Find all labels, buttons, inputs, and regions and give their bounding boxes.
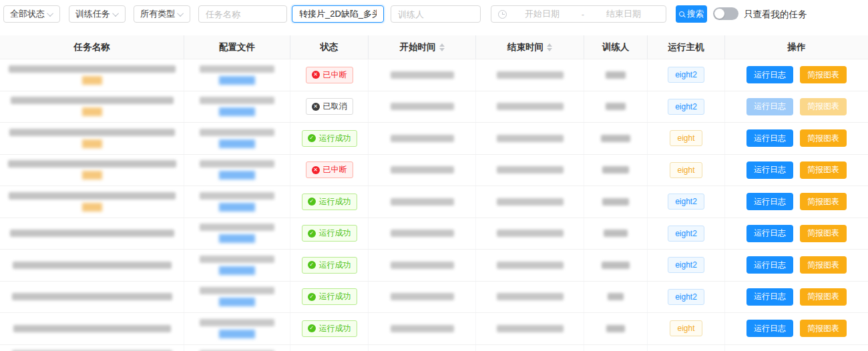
host-cell: eight2 (648, 282, 725, 313)
task-name-blurred (11, 97, 174, 104)
end-time-cell (476, 123, 584, 154)
status-icon: ✓ (308, 324, 316, 332)
task-name-blurred (13, 325, 171, 332)
run-log-button[interactable]: 运行日志 (746, 256, 793, 274)
report-chart-button[interactable]: 简报图表 (800, 161, 847, 179)
start-date-placeholder[interactable]: 开始日期 (507, 8, 578, 20)
my-tasks-toggle[interactable] (713, 7, 738, 20)
config-link-blurred[interactable] (219, 76, 255, 85)
config-link-blurred[interactable] (219, 203, 255, 212)
start-time-blurred (391, 103, 454, 110)
run-log-button[interactable]: 运行日志 (746, 225, 793, 242)
status-filter-select[interactable]: 全部状态 (3, 5, 60, 23)
job-type-filter-select[interactable]: 训练任务 (69, 5, 126, 23)
start-time-blurred (391, 262, 454, 269)
status-badge: ✕ 已中断 (306, 161, 353, 178)
category-filter-select[interactable]: 所有类型 (134, 5, 190, 23)
column-header-start-time[interactable]: 开始时间 (369, 35, 476, 59)
status-filter-value: 全部状态 (10, 8, 45, 20)
config-link-blurred[interactable] (219, 107, 255, 116)
actions-cell: 运行日志 简报图表 (725, 313, 868, 344)
table-row: ✓ 运行成功 eight2 运行日志 简报图表 (0, 218, 868, 250)
config-link-blurred[interactable] (219, 298, 255, 306)
host-cell: eight2 (648, 218, 725, 250)
column-header-actions: 操作 (725, 35, 868, 59)
status-cell: ✓ 运行成功 (290, 186, 369, 218)
sort-icon[interactable] (439, 43, 445, 51)
run-log-button[interactable]: 运行日志 (746, 161, 793, 179)
report-chart-button[interactable]: 简报图表 (800, 129, 847, 147)
config-link-blurred[interactable] (219, 266, 255, 275)
date-range-picker[interactable]: 开始日期 - 结束日期 (491, 5, 666, 23)
task-name-cell (0, 186, 184, 218)
status-label: 已取消 (323, 101, 347, 112)
host-badge: eight2 (668, 289, 704, 305)
report-chart-button[interactable]: 简报图表 (800, 225, 847, 242)
end-time-blurred (497, 135, 564, 142)
task-tag-blurred (82, 107, 102, 116)
report-chart-button[interactable]: 简报图表 (800, 320, 847, 337)
table-row: ✓ 运行成功 eight 运行日志 简报图表 (0, 123, 868, 155)
actions-cell: 运行日志 简报图表 (725, 59, 868, 91)
search-button[interactable]: 搜索 (676, 5, 707, 23)
config-file-blurred (200, 160, 274, 167)
status-badge: ✓ 运行成功 (302, 130, 357, 147)
report-chart-button[interactable]: 简报图表 (800, 288, 847, 306)
task-name-blurred (9, 192, 176, 200)
run-log-button[interactable]: 运行日志 (746, 98, 793, 115)
start-time-cell (369, 313, 476, 344)
actions-cell: 运行日志 简报图表 (725, 250, 868, 281)
actions-cell: 运行日志 简报图表 (725, 123, 868, 154)
run-log-button[interactable]: 运行日志 (746, 320, 793, 337)
host-badge: eight2 (668, 67, 704, 83)
run-log-button[interactable]: 运行日志 (746, 288, 793, 306)
config-link-blurred[interactable] (219, 139, 255, 148)
end-time-cell (476, 218, 584, 250)
config-file-blurred (200, 319, 274, 326)
end-time-blurred (497, 230, 564, 237)
report-chart-button[interactable]: 简报图表 (800, 193, 847, 210)
status-cell: ✓ 运行成功 (290, 282, 369, 313)
sort-icon[interactable] (547, 43, 552, 51)
end-time-cell (476, 186, 584, 218)
trainer-input[interactable] (398, 9, 473, 19)
trainer-cell (584, 345, 648, 351)
config-file-cell (184, 186, 290, 218)
column-header-end-time[interactable]: 结束时间 (476, 35, 584, 59)
task-name-cell (0, 155, 184, 186)
end-time-blurred (497, 166, 564, 173)
report-chart-button[interactable]: 简报图表 (800, 66, 847, 83)
trainer-cell (584, 313, 648, 344)
trainer-blurred (602, 262, 630, 269)
task-name-blurred (8, 160, 176, 167)
start-time-blurred (391, 198, 454, 206)
trainer-blurred (601, 135, 630, 142)
host-badge: eight2 (668, 194, 704, 210)
category-filter-value: 所有类型 (140, 8, 175, 20)
config-link-blurred[interactable] (219, 330, 255, 338)
config-link-blurred[interactable] (219, 234, 255, 243)
search-button-label: 搜索 (687, 9, 704, 20)
actions-cell: 运行日志 简报图表 (725, 186, 868, 218)
report-chart-button[interactable]: 简报图表 (800, 98, 847, 115)
status-badge: ✕ 已中断 (306, 67, 353, 83)
run-log-button[interactable]: 运行日志 (746, 193, 793, 210)
host-cell: eight (648, 155, 725, 186)
task-name-input[interactable] (206, 9, 280, 19)
end-time-blurred (497, 103, 564, 110)
run-log-button[interactable]: 运行日志 (746, 66, 793, 83)
config-file-cell (184, 123, 290, 154)
config-link-blurred[interactable] (219, 171, 255, 180)
model-search-input[interactable] (299, 9, 377, 19)
host-cell: eight2 (648, 250, 725, 281)
host-badge: eight2 (668, 257, 704, 273)
status-badge: ✓ 运行成功 (302, 194, 357, 210)
end-time-blurred (497, 71, 564, 79)
status-cell: ✓ 运行成功 (290, 218, 369, 250)
end-date-placeholder[interactable]: 结束日期 (588, 8, 659, 20)
report-chart-button[interactable]: 简报图表 (800, 256, 847, 274)
run-log-button[interactable]: 运行日志 (746, 129, 793, 147)
end-time-blurred (497, 262, 564, 269)
search-icon (679, 11, 684, 17)
status-cell: ✕ 已取消 (290, 91, 369, 123)
